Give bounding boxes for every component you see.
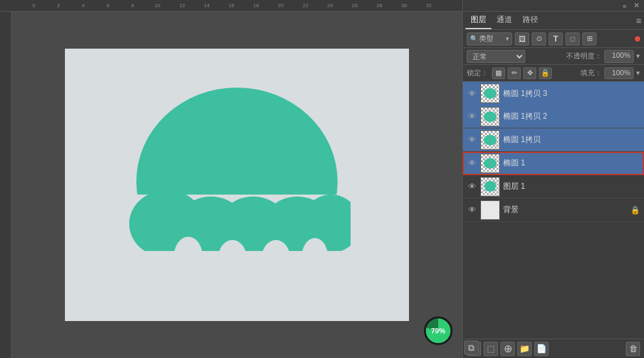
panel-tabs: 图层 通道 路径 ≡ xyxy=(463,12,644,30)
panel-bottom-toolbar: fx ⬚ ⊕ 📁 📄 🗑 xyxy=(463,339,644,358)
tab-paths[interactable]: 路径 xyxy=(517,12,543,29)
filter-type-label: 类型 xyxy=(479,34,504,43)
tab-layers[interactable]: 图层 xyxy=(465,12,491,29)
filter-smart-button[interactable]: ⊞ xyxy=(582,32,597,45)
shape-svg xyxy=(123,88,351,282)
layer-thumbnail xyxy=(480,130,500,150)
lock-transparent-button[interactable]: ▦ xyxy=(492,67,505,79)
filter-shape-button[interactable]: □ xyxy=(565,32,580,45)
right-panel: « ✕ 图层 通道 路径 ≡ 🔍 类型 ▾ 🖼 ⊙ T □ ⊞ 正常 溶解 正片… xyxy=(462,0,644,358)
svg-point-15 xyxy=(484,158,497,169)
opacity-value[interactable]: 100% xyxy=(604,50,634,63)
panel-topbar: « ✕ xyxy=(463,0,644,12)
fill-chevron-icon: ▾ xyxy=(636,69,640,77)
layer-name: 椭圆 1 xyxy=(503,158,640,169)
svg-point-19 xyxy=(490,186,495,191)
layer-name: 椭圆 1拷贝 2 xyxy=(503,111,640,122)
svg-point-14 xyxy=(484,135,497,145)
svg-point-10 xyxy=(262,240,290,276)
layer-thumbnail xyxy=(480,154,500,173)
lock-label: 锁定： xyxy=(467,68,488,78)
layer-item[interactable]: 👁 椭圆 1拷贝 xyxy=(463,128,644,152)
lock-paint-button[interactable]: ✏ xyxy=(508,67,521,79)
lock-icon: 🔒 xyxy=(630,206,640,215)
layer-panel-icon: ⧉ xyxy=(468,342,475,353)
filter-active-indicator xyxy=(635,36,640,42)
collapse-panel-button[interactable]: « xyxy=(619,1,630,10)
layer-name: 图层 1 xyxy=(503,181,640,192)
layer-visibility-toggle[interactable]: 👁 xyxy=(467,205,477,215)
layers-list: 👁 椭圆 1拷贝 3 👁 xyxy=(463,82,644,339)
svg-point-13 xyxy=(484,112,497,122)
layer-name: 椭圆 1拷贝 xyxy=(503,134,640,145)
svg-point-11 xyxy=(302,238,328,274)
blend-mode-select[interactable]: 正常 溶解 正片叠底 xyxy=(467,50,525,63)
layer-thumbnail xyxy=(480,200,500,220)
layer-icon-bottom[interactable]: ⧉ xyxy=(464,340,478,355)
fill-label: 填充： xyxy=(580,68,602,78)
layer-item-background[interactable]: 👁 背景 🔒 xyxy=(463,198,644,222)
layer-item[interactable]: 👁 椭圆 1拷贝 2 xyxy=(463,105,644,128)
opacity-label: 不透明度： xyxy=(566,51,602,61)
filter-adjustment-button[interactable]: ⊙ xyxy=(532,32,546,45)
svg-point-8 xyxy=(174,237,203,276)
delete-layer-button[interactable]: 🗑 xyxy=(626,342,640,356)
zoom-badge[interactable]: 79% xyxy=(424,316,452,345)
canvas-document xyxy=(65,49,409,321)
layer-visibility-toggle[interactable]: 👁 xyxy=(467,88,477,99)
layer-thumbnail xyxy=(480,177,500,197)
opacity-chevron-icon: ▾ xyxy=(636,52,640,60)
filter-type-select[interactable]: 🔍 类型 ▾ xyxy=(467,32,512,45)
fill-value[interactable]: 100% xyxy=(604,67,634,79)
layer-visibility-toggle[interactable]: 👁 xyxy=(467,135,477,145)
new-group-button[interactable]: 📁 xyxy=(517,342,532,356)
layer-thumbnail xyxy=(480,107,500,126)
zoom-value: 79% xyxy=(431,327,445,335)
layer-mask-button[interactable]: ⬚ xyxy=(484,342,498,356)
filter-image-button[interactable]: 🖼 xyxy=(515,32,529,45)
canvas-area xyxy=(12,12,462,358)
search-icon: 🔍 xyxy=(470,35,478,42)
layer-thumbnail xyxy=(480,84,500,103)
layer-visibility-toggle[interactable]: 👁 xyxy=(467,112,477,122)
chevron-down-icon: ▾ xyxy=(506,35,509,42)
close-panel-button[interactable]: ✕ xyxy=(631,1,641,10)
new-layer-button[interactable]: 📄 xyxy=(534,342,549,356)
panel-lock-row: 锁定： ▦ ✏ ✥ 🔒 填充： 100% ▾ xyxy=(463,65,644,82)
panel-blend-row: 正常 溶解 正片叠底 不透明度： 100% ▾ xyxy=(463,48,644,65)
layer-name: 背景 xyxy=(503,204,627,215)
tab-channels[interactable]: 通道 xyxy=(491,12,517,29)
layer-name: 椭圆 1拷贝 3 xyxy=(503,88,640,99)
layer-item[interactable]: 👁 椭圆 1拷贝 3 xyxy=(463,82,644,105)
filter-text-button[interactable]: T xyxy=(549,32,563,45)
ruler-left xyxy=(0,12,12,358)
lock-position-button[interactable]: ✥ xyxy=(523,67,536,79)
layer-item-ellipse1[interactable]: 👁 椭圆 1 xyxy=(463,152,644,175)
layer-item[interactable]: 👁 图层 1 xyxy=(463,175,644,198)
layer-visibility-toggle[interactable]: 👁 xyxy=(467,158,477,169)
panel-filter-row: 🔍 类型 ▾ 🖼 ⊙ T □ ⊞ xyxy=(463,30,644,48)
lock-all-button[interactable]: 🔒 xyxy=(539,67,552,79)
new-fill-adjustment-button[interactable]: ⊕ xyxy=(501,342,515,356)
svg-point-9 xyxy=(218,240,247,276)
panel-menu-icon[interactable]: ≡ xyxy=(636,16,641,26)
svg-point-12 xyxy=(484,88,497,99)
layer-visibility-toggle[interactable]: 👁 xyxy=(467,182,477,192)
